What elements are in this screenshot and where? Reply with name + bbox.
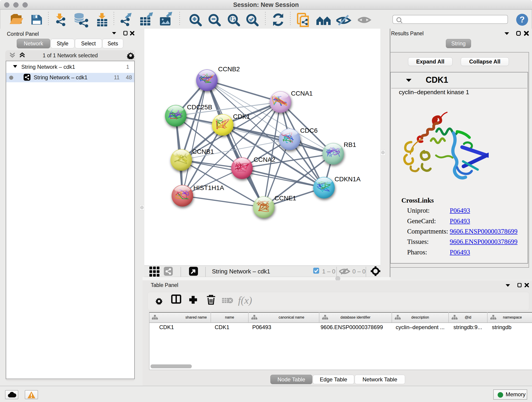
svg-text:CDC6: CDC6 xyxy=(300,127,317,134)
svg-text:?: ? xyxy=(520,15,525,24)
svg-text:CDKN1A: CDKN1A xyxy=(335,176,361,183)
svg-text:CCNB1: CCNB1 xyxy=(192,148,214,155)
svg-text:HIST1H1A: HIST1H1A xyxy=(193,184,224,191)
svg-text:CCNB2: CCNB2 xyxy=(218,65,240,73)
svg-text:CDK1: CDK1 xyxy=(233,113,250,120)
svg-text:CCNA1: CCNA1 xyxy=(291,90,313,97)
svg-text:CDC25B: CDC25B xyxy=(187,104,212,111)
svg-text:RB1: RB1 xyxy=(344,141,356,148)
svg-text:CCNE1: CCNE1 xyxy=(274,195,296,202)
svg-text:f(x): f(x) xyxy=(238,295,252,306)
svg-text:CCNA2: CCNA2 xyxy=(254,156,275,163)
